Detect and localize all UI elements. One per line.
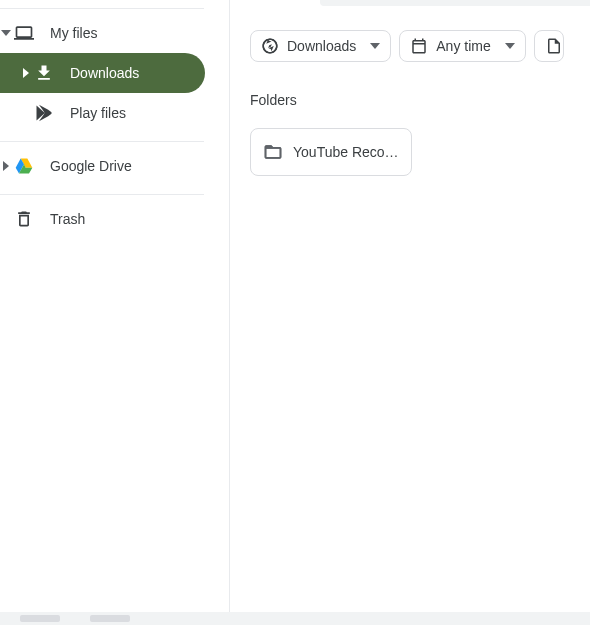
chevron-down-icon xyxy=(505,43,515,49)
sidebar-item-play-files[interactable]: Play files xyxy=(0,93,205,133)
download-icon xyxy=(32,61,56,85)
filter-label: Any time xyxy=(436,38,490,54)
sidebar-item-downloads[interactable]: Downloads xyxy=(0,53,205,93)
sidebar-label: Play files xyxy=(70,105,126,121)
chevron-right-icon[interactable] xyxy=(20,68,32,78)
sidebar: My files Downloads Play files xyxy=(0,0,230,625)
file-icon xyxy=(545,37,563,55)
filter-chip-type[interactable] xyxy=(534,30,564,62)
calendar-icon xyxy=(410,37,428,55)
sidebar-label: My files xyxy=(50,25,97,41)
divider xyxy=(0,194,204,195)
folders-header: Folders xyxy=(230,62,590,108)
sidebar-label: Trash xyxy=(50,211,85,227)
shelf-item[interactable] xyxy=(90,615,130,622)
search-bar-fragment[interactable] xyxy=(320,0,590,6)
chevron-down-icon[interactable] xyxy=(0,28,12,38)
sidebar-item-google-drive[interactable]: Google Drive xyxy=(0,146,205,186)
chevron-down-icon xyxy=(370,43,380,49)
trash-icon xyxy=(12,207,36,231)
filter-chip-location[interactable]: Downloads xyxy=(250,30,391,62)
divider xyxy=(0,141,204,142)
divider xyxy=(0,8,204,9)
shelf-item[interactable] xyxy=(20,615,60,622)
folder-icon xyxy=(263,142,283,162)
sidebar-label: Google Drive xyxy=(50,158,132,174)
sidebar-item-trash[interactable]: Trash xyxy=(0,199,205,239)
laptop-icon xyxy=(12,21,36,45)
compass-icon xyxy=(261,37,279,55)
folder-card[interactable]: YouTube Record… xyxy=(250,128,412,176)
sidebar-item-my-files[interactable]: My files xyxy=(0,13,205,53)
main-content: Downloads Any time Folders YouT xyxy=(230,0,590,625)
filter-label: Downloads xyxy=(287,38,356,54)
shelf xyxy=(0,612,590,625)
filter-row: Downloads Any time xyxy=(230,8,590,62)
sidebar-label: Downloads xyxy=(70,65,139,81)
folder-grid: YouTube Record… xyxy=(230,108,590,176)
play-store-icon xyxy=(32,101,56,125)
google-drive-icon xyxy=(12,154,36,178)
folder-label: YouTube Record… xyxy=(293,144,399,160)
filter-chip-time[interactable]: Any time xyxy=(399,30,525,62)
chevron-right-icon[interactable] xyxy=(0,161,12,171)
